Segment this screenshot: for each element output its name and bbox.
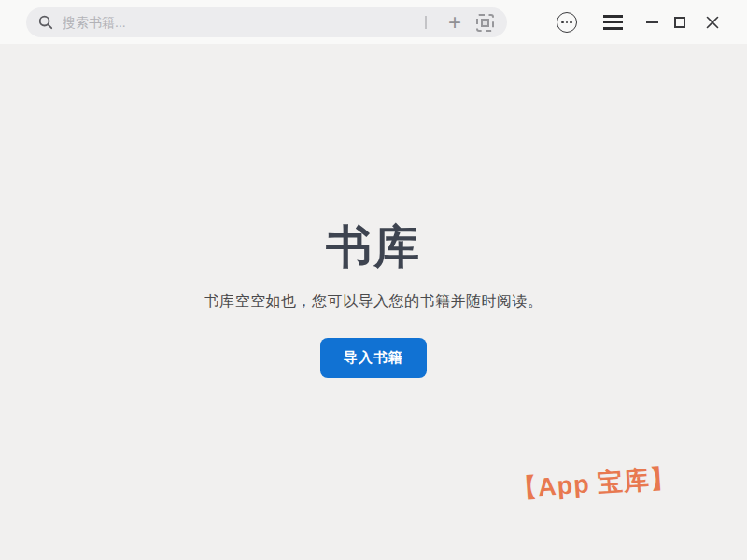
add-book-button[interactable]: + <box>440 7 470 37</box>
batch-select-button[interactable] <box>470 7 500 37</box>
empty-library-description: 书库空空如也，您可以导入您的书籍并随时阅读。 <box>0 292 747 312</box>
library-title: 书库 <box>0 222 747 273</box>
close-icon <box>706 16 719 29</box>
plus-icon: + <box>448 11 461 34</box>
more-options-button[interactable] <box>554 11 580 34</box>
app-watermark: 【App 宝库】 <box>511 461 677 506</box>
ellipsis-circle-icon <box>557 12 577 33</box>
hamburger-icon <box>603 15 623 30</box>
search-input[interactable] <box>53 7 421 37</box>
searchbar-divider <box>425 16 427 29</box>
close-button[interactable] <box>699 11 726 34</box>
minimize-button[interactable] <box>639 11 665 34</box>
menu-button[interactable] <box>599 11 626 34</box>
import-books-button[interactable]: 导入书籍 <box>320 338 427 378</box>
search-bar[interactable]: + <box>26 7 507 37</box>
search-icon <box>38 15 53 30</box>
selection-frame-icon <box>476 14 494 32</box>
empty-library-state: 书库 书库空空如也，您可以导入您的书籍并随时阅读。 导入书籍 <box>0 222 747 378</box>
maximize-icon <box>674 17 685 28</box>
minimize-icon <box>646 21 658 23</box>
maximize-button[interactable] <box>667 11 693 34</box>
titlebar: + <box>0 0 747 44</box>
